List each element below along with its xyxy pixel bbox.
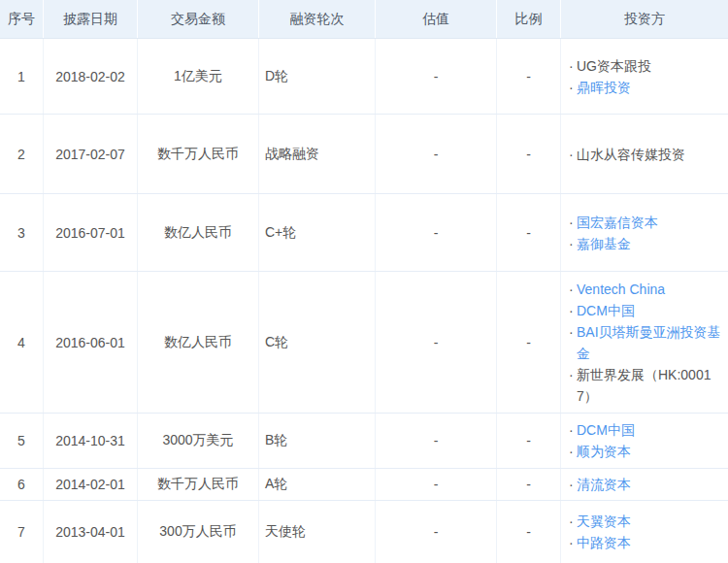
investor-link[interactable]: DCM中国 [577, 300, 635, 321]
col-header-amount: 交易金额 [138, 0, 259, 38]
cell-date: 2016-07-01 [44, 194, 138, 271]
cell-amount: 数亿人民币 [138, 194, 259, 271]
investor-link[interactable]: 天翼资本 [577, 511, 631, 532]
table-header-row: 序号 披露日期 交易金额 融资轮次 估值 比例 投资方 [0, 0, 728, 39]
cell-valuation: - [376, 39, 497, 114]
cell-index: 4 [0, 272, 44, 413]
cell-valuation: - [376, 272, 497, 413]
investor-item: · UG资本跟投 [569, 55, 722, 77]
cell-index: 7 [0, 501, 44, 563]
cell-date: 2014-02-01 [44, 469, 138, 500]
cell-ratio: - [497, 501, 561, 563]
cell-date: 2018-02-02 [44, 39, 138, 114]
investor-item: · DCM中国 [569, 419, 722, 441]
investor-link[interactable]: DCM中国 [577, 419, 635, 441]
table-row: 2 2017-02-07 数千万人民币 战略融资 - - · 山水从容传媒投资 [0, 115, 728, 194]
cell-ratio: - [497, 469, 561, 500]
cell-ratio: - [497, 414, 561, 468]
cell-round: A轮 [259, 469, 376, 500]
cell-round: 战略融资 [259, 115, 376, 193]
investor-link[interactable]: 鼎晖投资 [577, 77, 631, 98]
cell-valuation: - [376, 115, 497, 193]
col-header-round: 融资轮次 [259, 0, 376, 38]
cell-amount: 数千万人民币 [138, 469, 259, 500]
cell-index: 5 [0, 414, 44, 468]
bullet-icon: · [569, 77, 577, 98]
bullet-icon: · [569, 419, 577, 441]
cell-ratio: - [497, 272, 561, 413]
investor-item: · 国宏嘉信资本 [569, 212, 722, 233]
cell-round: D轮 [259, 39, 376, 114]
bullet-icon: · [569, 474, 577, 495]
bullet-icon: · [569, 279, 577, 300]
cell-valuation: - [376, 194, 497, 271]
bullet-icon: · [569, 212, 577, 233]
investor-item: · 中路资本 [569, 532, 722, 553]
col-header-date: 披露日期 [44, 0, 138, 38]
table-row: 7 2013-04-01 300万人民币 天使轮 - - · 天翼资本 · 中路… [0, 501, 728, 563]
bullet-icon: · [569, 144, 577, 165]
table-row: 6 2014-02-01 数千万人民币 A轮 - - · 清流资本 [0, 469, 728, 501]
col-header-valuation: 估值 [376, 0, 497, 38]
cell-valuation: - [376, 501, 497, 563]
bullet-icon: · [569, 511, 577, 532]
investor-item: · DCM中国 [569, 300, 722, 321]
col-header-ratio: 比例 [497, 0, 561, 38]
cell-date: 2013-04-01 [44, 501, 138, 563]
investor-name: UG资本跟投 [577, 55, 651, 77]
col-header-investors: 投资方 [561, 0, 728, 38]
investor-link[interactable]: Ventech China [577, 279, 665, 300]
bullet-icon: · [569, 55, 577, 77]
cell-valuation: - [376, 469, 497, 500]
cell-round: C+轮 [259, 194, 376, 271]
table-body: 1 2018-02-02 1亿美元 D轮 - - · UG资本跟投 · 鼎晖投资… [0, 39, 728, 563]
cell-ratio: - [497, 39, 561, 114]
investor-item: · 清流资本 [569, 474, 722, 495]
cell-investors: · Ventech China · DCM中国 · BAI贝塔斯曼亚洲投资基金 … [561, 272, 728, 413]
investor-item: · 山水从容传媒投资 [569, 144, 722, 165]
cell-index: 6 [0, 469, 44, 500]
cell-round: B轮 [259, 414, 376, 468]
bullet-icon: · [569, 321, 577, 364]
cell-round: 天使轮 [259, 501, 376, 563]
financing-rounds-table: 序号 披露日期 交易金额 融资轮次 估值 比例 投资方 1 2018-02-02… [0, 0, 728, 563]
cell-index: 1 [0, 39, 44, 114]
cell-investors: · DCM中国 · 顺为资本 [561, 414, 728, 468]
cell-amount: 数千万人民币 [138, 115, 259, 193]
investor-item: · 嘉御基金 [569, 233, 722, 254]
investor-link[interactable]: 顺为资本 [577, 441, 631, 462]
cell-index: 2 [0, 115, 44, 193]
cell-date: 2014-10-31 [44, 414, 138, 468]
bullet-icon: · [569, 364, 577, 407]
investor-link[interactable]: BAI贝塔斯曼亚洲投资基金 [577, 321, 722, 364]
investor-item: · Ventech China [569, 279, 722, 300]
cell-investors: · UG资本跟投 · 鼎晖投资 [561, 39, 728, 114]
investor-item: · 顺为资本 [569, 441, 722, 462]
cell-ratio: - [497, 194, 561, 271]
investor-name: 新世界发展（HK:00017） [577, 364, 722, 407]
cell-investors: · 山水从容传媒投资 [561, 115, 728, 193]
investor-link[interactable]: 国宏嘉信资本 [577, 212, 658, 233]
investor-link[interactable]: 中路资本 [577, 532, 631, 553]
investor-item: · 天翼资本 [569, 511, 722, 532]
cell-investors: · 国宏嘉信资本 · 嘉御基金 [561, 194, 728, 271]
cell-date: 2017-02-07 [44, 115, 138, 193]
col-header-index: 序号 [0, 0, 44, 38]
cell-date: 2016-06-01 [44, 272, 138, 413]
investor-name: 山水从容传媒投资 [577, 144, 685, 165]
cell-ratio: - [497, 115, 561, 193]
table-row: 1 2018-02-02 1亿美元 D轮 - - · UG资本跟投 · 鼎晖投资 [0, 39, 728, 115]
investor-link[interactable]: 嘉御基金 [577, 233, 631, 254]
cell-amount: 3000万美元 [138, 414, 259, 468]
cell-investors: · 天翼资本 · 中路资本 [561, 501, 728, 563]
investor-link[interactable]: 清流资本 [577, 474, 631, 495]
cell-amount: 数亿人民币 [138, 272, 259, 413]
bullet-icon: · [569, 532, 577, 553]
cell-round: C轮 [259, 272, 376, 413]
investor-item: · 新世界发展（HK:00017） [569, 364, 722, 407]
cell-investors: · 清流资本 [561, 469, 728, 500]
investor-item: · 鼎晖投资 [569, 77, 722, 98]
cell-valuation: - [376, 414, 497, 468]
cell-amount: 1亿美元 [138, 39, 259, 114]
bullet-icon: · [569, 300, 577, 321]
